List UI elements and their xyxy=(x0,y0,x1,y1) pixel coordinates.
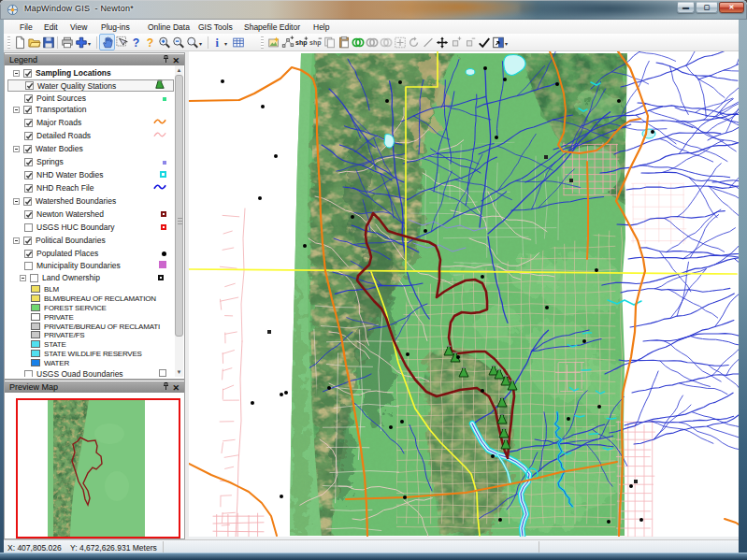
svg-text:?: ? xyxy=(132,36,138,50)
svg-text:shp: shp xyxy=(309,39,321,47)
svg-text:?: ? xyxy=(146,36,152,50)
svg-text:shp: shp xyxy=(295,39,307,47)
svg-text:i: i xyxy=(215,36,219,50)
